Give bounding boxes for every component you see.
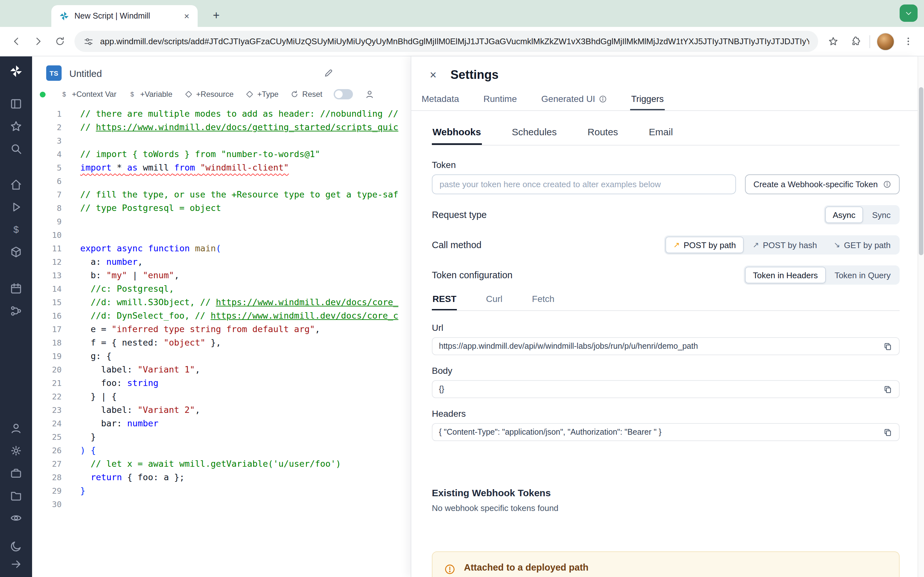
schedules-icon[interactable] (10, 282, 23, 295)
tab-close-icon[interactable]: × (181, 10, 192, 22)
tab-triggers[interactable]: Triggers (630, 91, 665, 110)
new-tab-button[interactable]: + (208, 7, 225, 24)
token-in-headers-button[interactable]: Token in Headers (745, 267, 825, 284)
code-line[interactable]: 22 } | { (32, 390, 411, 403)
code-line[interactable]: 21 foo: string (32, 376, 411, 390)
address-bar[interactable]: app.windmill.dev/scripts/add#JTdCJTIyaGF… (74, 31, 818, 52)
headers-value-box[interactable]: { "Content-Type": "application/json", "A… (432, 423, 900, 441)
code-line[interactable]: 12 a: number, (32, 255, 411, 269)
favorites-icon[interactable] (10, 120, 23, 133)
resource-button[interactable]: +Resource (184, 90, 234, 99)
page-scrollbar[interactable] (918, 56, 924, 577)
copy-icon[interactable] (883, 342, 893, 351)
editor-toggle[interactable] (334, 89, 353, 99)
settings-icon[interactable] (10, 444, 23, 457)
browser-dropdown-button[interactable] (900, 5, 918, 22)
back-icon[interactable] (5, 31, 27, 52)
runs-icon[interactable] (10, 201, 23, 213)
variables-icon[interactable]: $ (10, 223, 23, 236)
code-line[interactable]: 28 return { foo: a }; (32, 471, 411, 484)
context-var-button[interactable]: $+Context Var (60, 90, 116, 99)
variable-button[interactable]: $+Variable (128, 90, 172, 99)
extensions-icon[interactable] (844, 31, 866, 52)
browser-menu-icon[interactable] (897, 31, 919, 52)
forward-icon[interactable] (27, 31, 49, 52)
tab-rest[interactable]: REST (432, 293, 457, 310)
code-line[interactable]: 9 (32, 215, 411, 228)
code-line[interactable]: 1// there are multiple modes to add as h… (32, 107, 411, 121)
create-webhook-token-button[interactable]: Create a Webhook-specific Token (745, 174, 900, 194)
bookmark-star-icon[interactable] (822, 31, 844, 52)
tab-schedules[interactable]: Schedules (511, 126, 557, 145)
token-input[interactable] (432, 174, 736, 194)
tab-fetch[interactable]: Fetch (531, 293, 555, 310)
resources-icon[interactable] (10, 245, 23, 258)
code-line[interactable]: 24 bar: number (32, 417, 411, 430)
code-line[interactable]: 25 } (32, 430, 411, 444)
scrollbar-thumb[interactable] (919, 87, 923, 255)
code-line[interactable]: 2// https://www.windmill.dev/docs/gettin… (32, 121, 411, 134)
code-line[interactable]: 7// fill the type, or use the +Resource … (32, 188, 411, 201)
token-in-query-button[interactable]: Token in Query (827, 267, 898, 284)
collapse-sidebar-icon[interactable] (10, 558, 23, 571)
windmill-logo-icon[interactable] (9, 64, 23, 78)
workers-icon[interactable] (10, 467, 23, 480)
copy-icon[interactable] (883, 427, 893, 437)
url-value-box[interactable]: https://app.windmill.dev/api/w/windmill-… (432, 337, 900, 355)
tab-email[interactable]: Email (648, 126, 674, 145)
post-by-path-button[interactable]: ↗POST by path (666, 237, 744, 253)
toolbar-label: +Resource (196, 90, 234, 99)
code-line[interactable]: 29} (32, 484, 411, 498)
dark-mode-icon[interactable] (10, 540, 23, 553)
code-line[interactable]: 8// type Postgresql = object (32, 201, 411, 215)
code-line[interactable]: 13 b: "my" | "enum", (32, 269, 411, 282)
tab-metadata[interactable]: Metadata (420, 91, 460, 110)
code-line[interactable]: 20 label: "Variant 1", (32, 363, 411, 376)
body-value-box[interactable]: {} (432, 380, 900, 398)
code-line[interactable]: 27 // let x = await wmill.getVariable('u… (32, 457, 411, 471)
get-by-path-button[interactable]: ↘GET by path (826, 237, 898, 253)
tab-curl[interactable]: Curl (485, 293, 503, 310)
profile-avatar[interactable] (877, 32, 895, 50)
code-line[interactable]: 18 f = { nested: "object" }, (32, 336, 411, 350)
tab-runtime[interactable]: Runtime (482, 91, 518, 110)
account-icon[interactable] (10, 422, 23, 435)
code-line[interactable]: 15 //d: wmill.S3Object, // https://www.w… (32, 295, 411, 309)
tab-webhooks[interactable]: Webhooks (432, 126, 481, 145)
code-line[interactable]: 23 label: "Variant 2", (32, 403, 411, 417)
home-icon[interactable] (10, 178, 23, 191)
code-line[interactable]: 16 //d: DynSelect_foo, // https://www.wi… (32, 309, 411, 322)
sync-button[interactable]: Sync (864, 206, 898, 223)
code-line[interactable]: 6 (32, 174, 411, 188)
code-line[interactable]: 19 g: { (32, 350, 411, 363)
edit-title-pencil-icon[interactable] (323, 68, 334, 78)
existing-tokens-section: Existing Webhook Tokens No webhook speci… (432, 487, 900, 513)
type-button[interactable]: +Type (245, 90, 278, 99)
flows-icon[interactable] (10, 305, 23, 318)
browser-tab[interactable]: New Script | Windmill × (51, 5, 198, 27)
site-settings-icon[interactable] (83, 36, 94, 47)
folders-icon[interactable] (10, 489, 23, 502)
script-title[interactable]: Untitled (69, 68, 102, 79)
reset-button[interactable]: Reset (290, 90, 322, 99)
close-icon[interactable]: × (427, 68, 439, 82)
workspace-icon[interactable] (10, 97, 23, 110)
copy-icon[interactable] (883, 384, 893, 394)
code-line[interactable]: 11export async function main( (32, 242, 411, 255)
search-icon[interactable] (10, 142, 23, 155)
code-line[interactable]: 5import * as wmill from "windmill-client… (32, 161, 411, 174)
code-line[interactable]: 10 (32, 228, 411, 242)
reload-icon[interactable] (49, 31, 71, 52)
code-line[interactable]: 26) { (32, 444, 411, 457)
tab-routes[interactable]: Routes (587, 126, 619, 145)
tab-generated-ui[interactable]: Generated UI (540, 91, 608, 110)
code-editor[interactable]: 1// there are multiple modes to add as h… (32, 107, 411, 511)
async-button[interactable]: Async (825, 206, 863, 223)
code-line[interactable]: 3 (32, 134, 411, 147)
code-line[interactable]: 30 (32, 498, 411, 511)
audit-logs-icon[interactable] (10, 512, 23, 524)
code-line[interactable]: 17 e = "inferred type string from defaul… (32, 322, 411, 336)
code-line[interactable]: 4// import { toWords } from "number-to-w… (32, 147, 411, 161)
post-by-hash-button[interactable]: ↗POST by hash (745, 237, 825, 253)
code-line[interactable]: 14 //c: Postgresql, (32, 282, 411, 295)
